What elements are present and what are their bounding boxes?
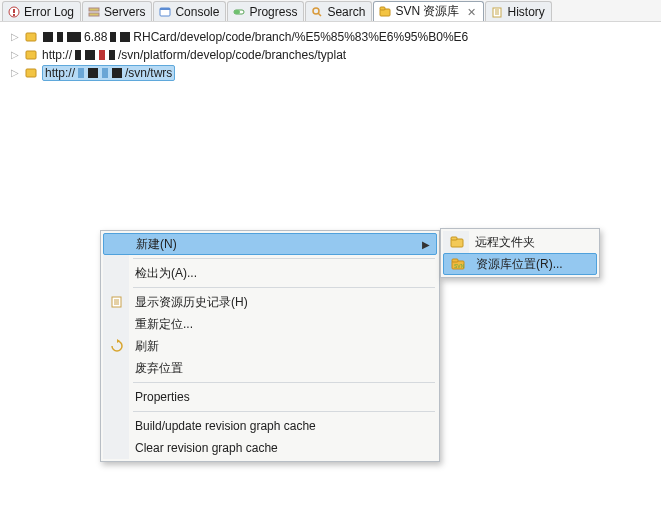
- menu-item-label: 废弃位置: [135, 360, 183, 377]
- tab-history[interactable]: History: [485, 1, 551, 21]
- svg-rect-17: [26, 33, 36, 41]
- submenu-item-repo-location[interactable]: SVN 资源库位置(R)...: [443, 253, 597, 275]
- tab-label: Progress: [249, 5, 297, 19]
- close-icon[interactable]: ✕: [465, 6, 477, 18]
- menu-item-new[interactable]: 新建(N) ▶: [103, 233, 437, 255]
- menu-item-label: 刷新: [135, 338, 159, 355]
- menu-item-properties[interactable]: Properties: [103, 386, 437, 408]
- repo-url: http:// /svn/twrs: [42, 65, 175, 81]
- tree-row[interactable]: ▷ 6.88 RHCard/develop/code/branch/%E5%85…: [4, 28, 657, 46]
- svg-rect-18: [26, 51, 36, 59]
- tree-row[interactable]: ▷ http:// /svn/twrs: [4, 64, 657, 82]
- submenu-item-remote-folder[interactable]: 远程文件夹: [443, 231, 597, 253]
- svg-rect-12: [380, 7, 385, 10]
- error-log-icon: [7, 5, 21, 19]
- tab-servers[interactable]: Servers: [82, 1, 152, 21]
- progress-icon: [232, 5, 246, 19]
- tab-label: History: [507, 5, 544, 19]
- menu-item-refresh[interactable]: 刷新: [103, 335, 437, 357]
- repo-url: http:// /svn/platform/develop/code/branc…: [42, 48, 346, 62]
- menu-item-label: Build/update revision graph cache: [135, 419, 316, 433]
- svn-repo-icon: [378, 5, 392, 19]
- expander-icon[interactable]: ▷: [10, 50, 20, 60]
- folder-icon: [449, 234, 465, 250]
- svg-rect-4: [89, 13, 99, 16]
- svg-line-10: [318, 13, 321, 16]
- menu-separator: [133, 287, 435, 288]
- tab-error-log[interactable]: Error Log: [2, 1, 81, 21]
- menu-separator: [133, 258, 435, 259]
- svg-rect-2: [13, 14, 15, 16]
- tab-progress[interactable]: Progress: [227, 1, 304, 21]
- menu-item-build-graph-cache[interactable]: Build/update revision graph cache: [103, 415, 437, 437]
- menu-item-label: 显示资源历史记录(H): [135, 294, 248, 311]
- repo-location-icon: [24, 66, 38, 80]
- console-icon: [158, 5, 172, 19]
- svn-location-icon: SVN: [450, 256, 466, 272]
- repo-url: 6.88 RHCard/develop/code/branch/%E5%85%8…: [42, 30, 468, 44]
- menu-item-label: Properties: [135, 390, 190, 404]
- submenu-arrow-icon: ▶: [422, 239, 430, 250]
- history-small-icon: [109, 294, 125, 310]
- tab-label: SVN 资源库: [395, 3, 459, 20]
- menu-item-label: 重新定位...: [135, 316, 193, 333]
- refresh-icon: [109, 338, 125, 354]
- tab-search[interactable]: Search: [305, 1, 372, 21]
- menu-separator: [133, 382, 435, 383]
- repo-location-icon: [24, 30, 38, 44]
- svg-rect-3: [89, 8, 99, 11]
- menu-item-label: 资源库位置(R)...: [476, 256, 563, 273]
- tab-label: Error Log: [24, 5, 74, 19]
- svg-rect-8: [234, 10, 240, 14]
- menu-item-label: 远程文件夹: [475, 234, 535, 251]
- context-menu: 新建(N) ▶ 检出为(A)... 显示资源历史记录(H) 重新定位... 刷新…: [100, 230, 440, 462]
- menu-item-label: 新建(N): [136, 236, 177, 253]
- menu-item-relocate[interactable]: 重新定位...: [103, 313, 437, 335]
- menu-item-show-history[interactable]: 显示资源历史记录(H): [103, 291, 437, 313]
- expander-icon[interactable]: ▷: [10, 32, 20, 42]
- servers-icon: [87, 5, 101, 19]
- menu-item-discard-location[interactable]: 废弃位置: [103, 357, 437, 379]
- menu-item-label: 检出为(A)...: [135, 265, 197, 282]
- tab-label: Servers: [104, 5, 145, 19]
- history-icon: [490, 5, 504, 19]
- repo-location-icon: [24, 48, 38, 62]
- expander-icon[interactable]: ▷: [10, 68, 20, 78]
- context-submenu-new: 远程文件夹 SVN 资源库位置(R)...: [440, 228, 600, 278]
- tab-console[interactable]: Console: [153, 1, 226, 21]
- svg-rect-6: [160, 8, 170, 10]
- menu-separator: [133, 411, 435, 412]
- svg-rect-1: [13, 9, 15, 13]
- view-tab-bar: Error Log Servers Console Progress Searc…: [0, 0, 661, 22]
- tab-label: Console: [175, 5, 219, 19]
- tab-label: Search: [327, 5, 365, 19]
- svg-rect-26: [451, 237, 457, 240]
- tab-svn-repositories[interactable]: SVN 资源库 ✕: [373, 1, 484, 21]
- svg-rect-28: [452, 259, 458, 262]
- menu-item-checkout-as[interactable]: 检出为(A)...: [103, 262, 437, 284]
- tree-row[interactable]: ▷ http:// /svn/platform/develop/code/bra…: [4, 46, 657, 64]
- search-icon: [310, 5, 324, 19]
- menu-item-clear-graph-cache[interactable]: Clear revision graph cache: [103, 437, 437, 459]
- svg-rect-19: [26, 69, 36, 77]
- svg-text:SVN: SVN: [454, 263, 465, 269]
- menu-item-label: Clear revision graph cache: [135, 441, 278, 455]
